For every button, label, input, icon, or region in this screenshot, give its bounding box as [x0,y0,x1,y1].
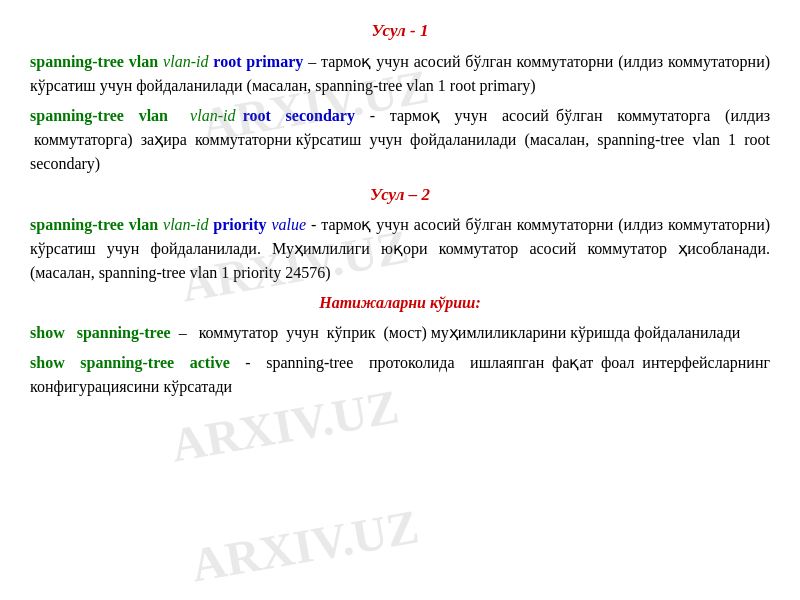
p3-cmd-italic2: value [272,216,307,233]
p3-cmd-bold: spanning-tree vlan [30,216,158,233]
paragraph-1: spanning-tree vlan vlan-id root primary … [30,50,770,98]
p4-rest: – коммутатор учун кўприк (мост) муҳимлил… [175,324,741,341]
p1-cmd-bold: spanning-tree vlan [30,53,158,70]
p4-cmd-bold: show spanning-tree [30,324,171,341]
subtitle-text: Натижаларни кўриш: [319,294,481,311]
subtitle-paragraph: Натижаларни кўриш: [30,291,770,315]
paragraph-3: spanning-tree vlan vlan-id priority valu… [30,213,770,285]
p3-cmd-bold2: priority [213,216,266,233]
p2-cmd-bold2: root secondary [243,107,355,124]
p2-cmd-italic: vlan-id [175,107,242,124]
paragraph-2: spanning-tree vlan vlan-id root secondar… [30,104,770,176]
p5-cmd-bold: show spanning-tree active [30,354,230,371]
watermark-4: ARXIV.UZ [185,491,424,600]
section-title-1: Усул - 1 [30,18,770,44]
p1-cmd-italic: vlan-id [163,53,213,70]
p3-cmd-italic: vlan-id [163,216,213,233]
p1-cmd-bold2: root primary [213,53,303,70]
title1-text: Усул - 1 [372,21,429,40]
paragraph-5: show spanning-tree active - spanning-tre… [30,351,770,399]
p2-cmd-bold: spanning-tree vlan [30,107,168,124]
section-title-2: Усул – 2 [30,182,770,208]
title2-text: Усул – 2 [370,185,430,204]
paragraph-4: show spanning-tree – коммутатор учун кўп… [30,321,770,345]
page: ARXIV.UZ ARXIV.UZ ARXIV.UZ ARXIV.UZ Усул… [0,0,800,600]
